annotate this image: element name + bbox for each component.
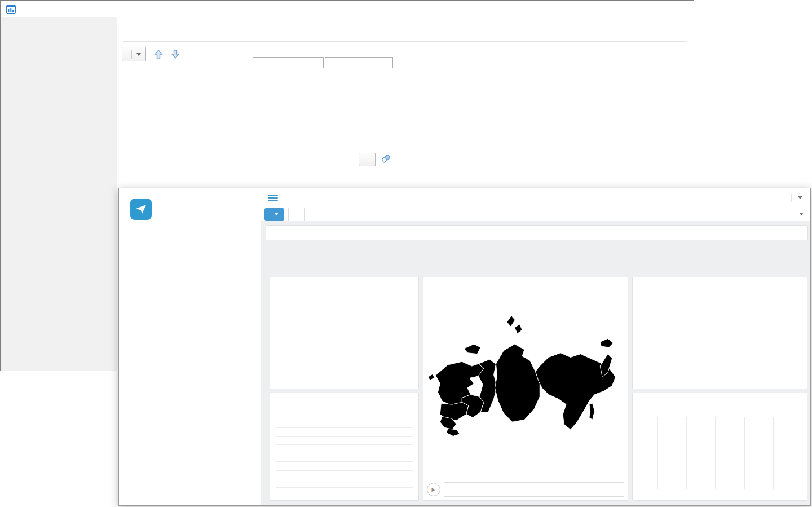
minimize-button[interactable]: [616, 1, 642, 17]
move-up-icon[interactable]: [154, 49, 163, 59]
foresight-logo-icon: [130, 199, 152, 220]
eraser-icon[interactable]: [380, 153, 391, 164]
region-kaliningrad[interactable]: [428, 374, 435, 381]
region-islands-1[interactable]: [507, 316, 515, 327]
browse-button[interactable]: [359, 153, 376, 166]
logo: [130, 199, 158, 220]
area-chart[interactable]: [659, 298, 804, 376]
user-menu-caret-icon[interactable]: [798, 196, 802, 199]
screen: |: [0, 0, 812, 507]
dashboard-sidebar: [119, 188, 261, 505]
tree-toolbar: [122, 47, 190, 61]
main-sidebar: [1, 17, 117, 371]
chevron-down-icon: [274, 213, 279, 215]
tab-main[interactable]: [288, 208, 305, 222]
close-button[interactable]: [668, 1, 694, 17]
region-chukotka[interactable]: [600, 338, 613, 347]
play-button[interactable]: ▶: [427, 483, 440, 496]
industry-donut-card: [270, 277, 419, 389]
menu-icon[interactable]: [268, 195, 278, 201]
identifier-input[interactable]: [325, 57, 393, 68]
collapse-ribbon-icon[interactable]: [799, 213, 804, 215]
move-down-icon[interactable]: [171, 49, 180, 59]
bar-chart[interactable]: [276, 419, 413, 488]
name-input[interactable]: [253, 57, 324, 68]
tab-row: [261, 207, 810, 222]
region-siberia[interactable]: [495, 344, 540, 422]
maximize-button[interactable]: [642, 1, 668, 17]
russia-map[interactable]: [426, 290, 625, 443]
stacked-bar-chart[interactable]: [657, 417, 802, 489]
app-icon: [6, 5, 16, 14]
region-northwest-north[interactable]: [464, 344, 480, 354]
region-islands-2[interactable]: [515, 324, 523, 334]
dashboard-preview-window: |: [118, 188, 811, 506]
region-caucasus[interactable]: [447, 429, 460, 437]
year-timeline: ▶: [427, 482, 624, 497]
document-button[interactable]: [264, 208, 284, 221]
chevron-down-icon: [136, 53, 141, 56]
create-button[interactable]: [122, 47, 146, 61]
dashboard-header: |: [261, 188, 810, 207]
org-dynamics-bar-card: [270, 393, 419, 501]
regional-map-card: ▶: [423, 277, 628, 501]
titlebar: [1, 1, 694, 18]
divider: [123, 41, 687, 42]
dashboard-title: [266, 225, 808, 240]
assets-stacked-card: [632, 393, 807, 501]
region-sakhalin[interactable]: [589, 403, 595, 420]
dashboard-content: ▶: [261, 221, 810, 505]
profit-area-card: [632, 277, 807, 389]
